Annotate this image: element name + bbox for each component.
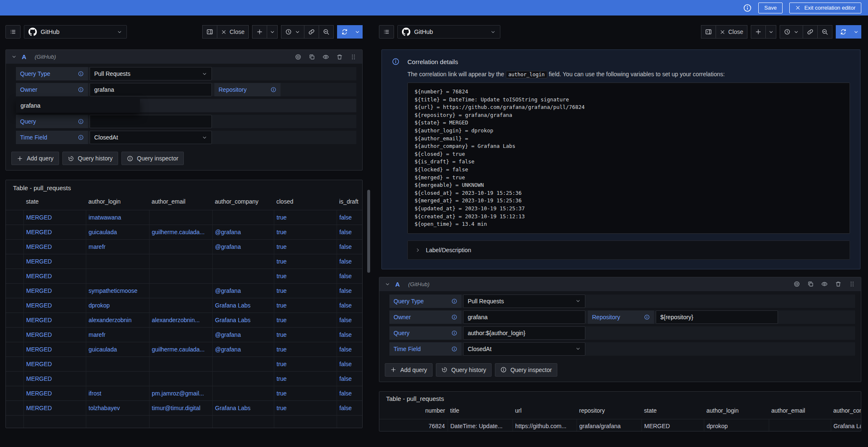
table-cell[interactable]: true — [274, 328, 337, 342]
table-cell[interactable]: false — [337, 372, 363, 386]
column-header[interactable]: author_company — [212, 196, 274, 210]
table-cell[interactable]: @grafana — [212, 284, 274, 298]
query-type-select[interactable]: Pull Requests — [463, 295, 585, 308]
table-cell[interactable]: MERGED — [23, 254, 86, 269]
table-cell[interactable]: true — [274, 284, 337, 298]
table-cell[interactable]: MERGED — [23, 372, 86, 386]
table-cell[interactable]: tolzhabayev — [86, 401, 149, 416]
table-cell[interactable]: true — [274, 254, 337, 269]
table-cell[interactable]: MERGED — [23, 328, 86, 342]
share-link-button[interactable] — [803, 25, 818, 39]
add-button[interactable] — [751, 25, 766, 39]
column-header[interactable]: number — [379, 406, 448, 419]
trash-icon[interactable] — [336, 54, 343, 60]
table-cell[interactable]: MERGED — [23, 313, 86, 328]
query-input[interactable]: author:${author_login} — [463, 326, 585, 340]
datasource-picker[interactable]: GitHub — [397, 25, 500, 39]
table-cell[interactable]: false — [337, 328, 363, 342]
table-cell[interactable]: @grafana — [212, 240, 274, 254]
record-icon[interactable] — [793, 281, 800, 287]
table-cell[interactable]: @grafana — [212, 328, 274, 342]
query-input[interactable] — [90, 115, 212, 128]
close-pane-button[interactable]: Close — [716, 25, 747, 39]
column-header[interactable]: author_email — [149, 196, 212, 210]
table-cell[interactable]: true — [274, 342, 337, 357]
add-button[interactable] — [252, 25, 267, 39]
table-cell[interactable]: sympatheticmoose — [86, 284, 149, 298]
add-dropdown-toggle[interactable] — [765, 25, 776, 39]
table-cell[interactable]: alexanderzobnin... — [149, 313, 212, 328]
label-description-section-toggle[interactable]: Label/Description — [407, 240, 850, 260]
time-field-select[interactable]: ClosedAt — [463, 342, 585, 356]
query-type-select[interactable]: Pull Requests — [90, 67, 212, 80]
table-cell[interactable]: pm.jamroz@gmail... — [149, 386, 212, 401]
table-cell[interactable]: MERGED — [23, 225, 86, 240]
table-cell[interactable]: true — [274, 357, 337, 372]
column-header[interactable]: state — [23, 196, 86, 210]
table-cell[interactable]: false — [337, 386, 363, 401]
info-icon[interactable] — [644, 314, 650, 320]
table-cell[interactable]: dprokop — [86, 298, 149, 313]
table-cell[interactable]: MERGED — [23, 342, 86, 357]
table-cell[interactable]: MERGED — [23, 357, 86, 372]
query-inspector-button[interactable]: Query inspector — [495, 363, 557, 377]
info-icon[interactable] — [78, 87, 84, 93]
exit-correlation-editor-button[interactable]: Exit correlation editor — [789, 3, 861, 13]
column-header[interactable]: title — [448, 406, 513, 419]
record-icon[interactable] — [295, 54, 301, 60]
datasource-picker[interactable]: GitHub — [24, 25, 127, 39]
table-cell[interactable]: guilherme.caulada... — [149, 225, 212, 240]
table-cell[interactable]: Grafana Labs — [212, 401, 274, 416]
time-field-select[interactable]: ClosedAt — [90, 131, 212, 144]
table-cell[interactable]: false — [337, 225, 363, 240]
info-icon[interactable] — [451, 346, 457, 352]
info-icon[interactable] — [451, 314, 457, 320]
trash-icon[interactable] — [835, 281, 842, 287]
add-query-button[interactable]: Add query — [385, 363, 433, 377]
table-cell[interactable]: timur@timur.digital — [149, 401, 212, 416]
table-cell[interactable]: false — [337, 240, 363, 254]
table-cell[interactable]: false — [337, 284, 363, 298]
table-cell[interactable]: false — [337, 298, 363, 313]
menu-icon-button[interactable] — [379, 25, 394, 39]
table-cell[interactable]: @grafana — [212, 342, 274, 357]
table-cell[interactable]: ifrost — [86, 386, 149, 401]
repository-input[interactable]: ${repository} — [656, 310, 778, 324]
close-pane-button[interactable]: Close — [217, 25, 249, 39]
column-header[interactable]: state — [641, 406, 704, 419]
save-button[interactable]: Save — [758, 3, 783, 13]
run-query-dropdown-toggle[interactable] — [352, 25, 363, 39]
query-row-header[interactable]: A (GitHub) — [379, 277, 861, 291]
column-header[interactable]: author_email — [769, 406, 831, 419]
copy-icon[interactable] — [807, 281, 814, 287]
table-cell[interactable]: false — [337, 269, 363, 284]
share-link-button[interactable] — [304, 25, 319, 39]
zoom-out-button[interactable] — [319, 25, 334, 39]
column-header[interactable]: repository — [577, 406, 641, 419]
drag-handle-icon[interactable] — [849, 281, 855, 287]
table-cell[interactable]: false — [337, 254, 363, 269]
table-cell[interactable]: false — [337, 210, 363, 225]
table-cell[interactable]: true — [274, 298, 337, 313]
pane-scrollbar-thumb[interactable] — [367, 190, 370, 273]
table-cell[interactable]: false — [337, 342, 363, 357]
table-cell[interactable]: MERGED — [23, 284, 86, 298]
move-pane-button[interactable] — [202, 25, 217, 39]
table-cell[interactable]: false — [337, 357, 363, 372]
eye-icon[interactable] — [821, 281, 828, 287]
table-cell[interactable]: true — [274, 372, 337, 386]
info-icon[interactable] — [451, 298, 457, 304]
info-icon[interactable] — [270, 87, 276, 93]
table-cell[interactable]: true — [274, 313, 337, 328]
column-header[interactable]: author_login — [704, 406, 769, 419]
owner-suggestion-option[interactable]: grafana — [16, 98, 140, 113]
table-cell[interactable]: true — [274, 225, 337, 240]
time-range-button[interactable] — [281, 25, 304, 39]
owner-input[interactable]: grafana — [90, 83, 212, 96]
table-cell[interactable]: MERGED — [23, 269, 86, 284]
table-cell[interactable]: guicaulada — [86, 342, 149, 357]
table-cell[interactable]: imatwawana — [86, 210, 149, 225]
table-cell[interactable]: alexanderzobnin — [86, 313, 149, 328]
run-query-button[interactable] — [337, 25, 352, 39]
zoom-out-button[interactable] — [817, 25, 832, 39]
